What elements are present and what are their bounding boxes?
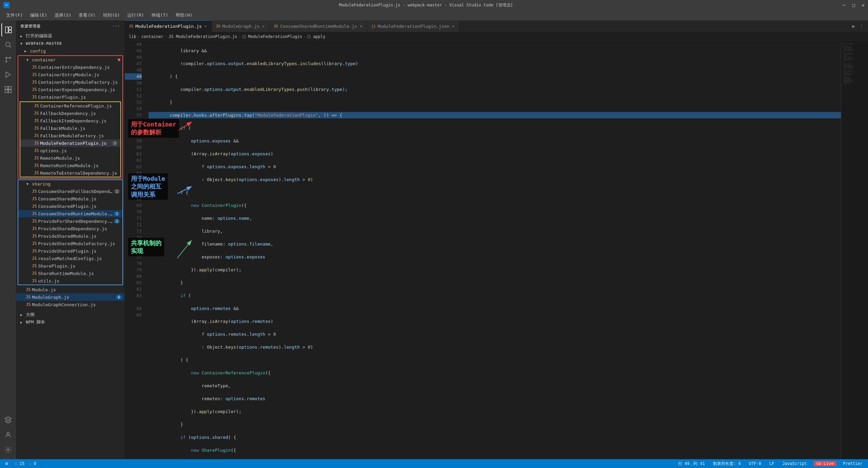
sidebar-file-FallbackModule[interactable]: JS FallbackModule.js [20,124,120,132]
breadcrumb-lib[interactable]: lib [129,34,136,39]
maximize-button[interactable]: □ [852,2,855,8]
js-file-icon: JS [34,111,39,116]
menu-select[interactable]: 选择(S) [51,11,75,20]
chevron-down-icon: ▼ [26,58,32,62]
sidebar-file-ContainerEntryDependency[interactable]: JS ContainerEntryDependency.js [18,63,122,71]
menu-terminal[interactable]: 终端(T) [148,11,172,20]
modified-dot [118,58,120,61]
sidebar-file-SharePlugin[interactable]: JS SharePlugin.js [18,262,122,270]
file-label: resolveMatchedConfigs.js [38,256,102,261]
menu-file[interactable]: 文件(F) [3,11,26,20]
sidebar-file-FallbackModuleFactory[interactable]: JS FallbackModuleFactory.js [20,132,120,139]
sidebar-file-ConsumeSharedRuntime[interactable]: JS ConsumeSharedRuntimeModule.js 2 [18,210,122,217]
tab-ConsumeSharedRuntime[interactable]: JS ConsumeSharedRuntimeModule.js ✕ [270,20,367,32]
sidebar-file-RemoteToExternalDependency[interactable]: JS RemoteToExternalDependency.js [20,169,120,177]
sidebar-file-options[interactable]: JS options.js [20,147,120,154]
statusbar-indent[interactable]: 制表符长度: 4 [712,461,742,467]
sidebar-file-ProvideSharedModuleFactory[interactable]: JS ProvideSharedModuleFactory.js [18,240,122,247]
tab-close-button[interactable]: ✕ [204,23,208,29]
sidebar-item-sharing[interactable]: ▼ sharing [18,180,122,188]
statusbar-encoding[interactable]: UTF-8 [748,461,763,466]
menu-run[interactable]: 运行(R) [124,11,147,20]
sidebar-file-resolveMatchedConfigs[interactable]: JS resolveMatchedConfigs.js [18,255,122,262]
badge-2: 2 [114,219,120,223]
sidebar-item-outline[interactable]: ▶ 大纲 [16,311,124,318]
sidebar-file-ConsumeSharedPlugin[interactable]: JS ConsumeSharedPlugin.js [18,202,122,210]
activity-explorer[interactable] [1,23,15,37]
sidebar-item-config[interactable]: ▶ config [16,47,124,55]
minimize-button[interactable]: ─ [843,2,845,8]
statusbar-golive[interactable]: Go Live [814,461,836,466]
sidebar-item-npm-scripts[interactable]: ▶ NPM 脚本 [16,318,124,326]
sidebar-file-RemoteRuntimeModule[interactable]: JS RemoteRuntimeModule.js [20,162,120,169]
sidebar-file-ConsumeSharedModule[interactable]: JS ConsumeSharedModule.js [18,195,122,202]
sidebar-file-ContainerExposedDependency[interactable]: JS ContainerExposedDependency.js [18,86,122,93]
sidebar-file-ContainerEntryModuleFactory[interactable]: JS ContainerEntryModuleFactory.js [18,78,122,86]
sidebar-file-FallbackItemDependency[interactable]: JS FallbackItemDependency.js [20,117,120,124]
sidebar-file-ShareRuntimeModule[interactable]: JS ShareRuntimeModule.js [18,270,122,277]
tab-close-button[interactable]: ✕ [451,23,455,29]
sidebar-item-webpack-master[interactable]: ▼ WEBPACK-MASTER [16,40,124,47]
menu-help[interactable]: 帮助(H) [172,11,196,20]
statusbar-line-ending[interactable]: LF [768,461,775,466]
sidebar-file-ModuleGraph[interactable]: JS ModuleGraph.js 6 [16,293,124,301]
activity-source-control[interactable] [1,53,15,66]
json-icon: {} [371,24,376,28]
sidebar-file-ConsumeSharedFallback[interactable]: JS ConsumeSharedFallbackDependency.js 2 [18,188,122,195]
sidebar-header: 资源管理器 ··· [16,20,124,32]
statusbar-errors[interactable]: ✕ 15 ⚠ 0 [13,461,38,466]
tab-close-button[interactable]: ✕ [359,23,363,29]
svg-point-7 [5,57,7,59]
statusbar-position[interactable]: 行 49，列 41 [677,461,706,467]
breadcrumb-container[interactable]: container [141,34,163,39]
tab-ModuleFederationPlugin[interactable]: JS ModuleFederationPlugin.js ✕ [125,20,212,32]
sidebar-file-ProvideForShared[interactable]: JS ProvideForSharedDependency.js 2 [18,217,122,225]
js-file-icon: JS [32,271,37,276]
statusbar-prettier[interactable]: Prettier [842,461,864,466]
tab-ModuleGraph[interactable]: JS ModuleGraph.js ✕ [212,20,270,32]
sidebar-file-ModuleFederationPlugin[interactable]: JS ModuleFederationPlugin.js 3 [20,139,120,147]
sidebar-file-utils[interactable]: JS utils.js [18,277,122,285]
activity-search[interactable] [1,38,15,52]
split-editor-button[interactable]: ⋮ [858,22,865,30]
editor-wrapper: 4445464748 49 5051525354 5556575859 6061… [125,41,868,459]
titlebar-controls[interactable]: ─ □ ✕ [843,2,865,8]
breadcrumb-file[interactable]: JS ModuleFederationPlugin.js [169,34,237,39]
breadcrumb-method[interactable]: ⬡ apply [307,34,325,39]
sidebar-more-icon[interactable]: ··· [113,24,120,28]
menu-view[interactable]: 查看(V) [75,11,99,20]
breadcrumb-class[interactable]: ⬡ ModuleFederationPlugin [242,34,302,39]
tab-ModuleFederationPluginJson[interactable]: {} ModuleFederationPlugin.json ✕ [367,20,459,32]
svg-line-6 [9,46,11,47]
menu-edit[interactable]: 编辑(E) [27,11,50,20]
sidebar-item-open-editors[interactable]: ▶ 打开的编辑器 [16,32,124,40]
sidebar-file-FallbackDependency[interactable]: JS FallbackDependency.js [20,110,120,117]
sidebar-file-ContainerEntryModule[interactable]: JS ContainerEntryModule.js [18,71,122,78]
sidebar-file-ProvideSharedPlugin[interactable]: JS ProvideSharedPlugin.js [18,247,122,255]
code-content[interactable]: library && !compiler.options.output.enab… [145,41,841,459]
sidebar-file-ModuleGraphConnection[interactable]: JS ModuleGraphConnection.js [16,301,124,308]
run-button[interactable]: ▶ [851,22,856,30]
sidebar-file-ContainerPlugin[interactable]: JS ContainerPlugin.js [18,93,122,101]
sidebar-file-RemoteModule[interactable]: JS RemoteModule.js [20,154,120,162]
js-file-icon: JS [32,256,37,261]
minimap[interactable]: compiler.hooks.afterPlugins if ( options… [841,41,868,459]
statusbar-remote[interactable]: ⊞ [4,461,9,466]
badge-2: 2 [114,212,120,216]
tab-close-button[interactable]: ✕ [261,23,265,29]
activity-settings[interactable] [1,443,15,456]
activity-extensions[interactable] [1,83,15,96]
activity-debug[interactable] [1,68,15,81]
sidebar-file-ContainerReferencePlugin[interactable]: JS ContainerReferencePlugin.js [20,102,120,110]
statusbar-language[interactable]: JavaScript [781,461,808,466]
sidebar-item-container[interactable]: ▼ container [18,56,122,63]
chevron-right-icon: ▶ [24,49,30,53]
activity-accounts[interactable] [1,428,15,442]
sidebar-file-ProvideSharedDependency[interactable]: JS ProvideSharedDependency.js [18,225,122,232]
menu-goto[interactable]: 转到(G) [100,11,123,20]
sidebar-file-Module[interactable]: JS Module.js [16,286,124,293]
close-button[interactable]: ✕ [862,2,865,8]
activity-remote[interactable] [1,413,15,427]
sidebar-file-ProvideSharedModule[interactable]: JS ProvideSharedModule.js [18,232,122,240]
js-file-icon: JS [34,133,39,138]
